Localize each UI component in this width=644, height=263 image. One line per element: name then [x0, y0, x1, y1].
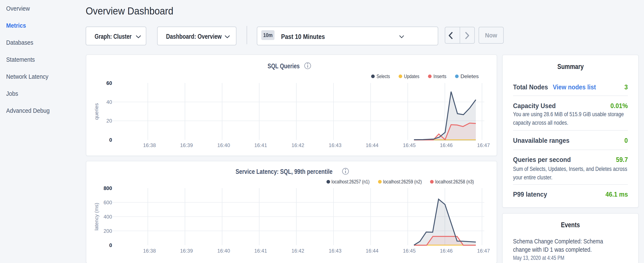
svg-text:Service Latency: SQL, 99th per: Service Latency: SQL, 99th percentile [236, 168, 332, 175]
svg-text:16:44: 16:44 [366, 142, 378, 148]
svg-text:16:45: 16:45 [403, 248, 416, 254]
svg-text:16:38: 16:38 [143, 142, 156, 148]
svg-text:16:46: 16:46 [440, 142, 453, 148]
svg-text:16:40: 16:40 [217, 248, 230, 254]
svg-text:localhost:26259 (n2): localhost:26259 (n2) [383, 179, 422, 184]
svg-text:queries: queries [94, 103, 99, 120]
svg-text:60: 60 [106, 80, 112, 86]
svg-text:16:46: 16:46 [440, 248, 453, 254]
svg-text:16:44: 16:44 [366, 248, 378, 254]
svg-text:Selects: Selects [376, 73, 390, 79]
svg-text:400: 400 [104, 214, 112, 220]
svg-text:Updates: Updates [404, 73, 419, 79]
svg-text:16:41: 16:41 [254, 142, 267, 148]
svg-text:localhost:26258 (n3): localhost:26258 (n3) [435, 179, 474, 184]
svg-text:16:40: 16:40 [217, 142, 230, 148]
svg-text:Deletes: Deletes [460, 73, 479, 79]
svg-text:16:38: 16:38 [143, 248, 156, 254]
svg-text:16:45: 16:45 [403, 142, 416, 148]
svg-text:16:43: 16:43 [329, 142, 342, 148]
svg-text:16:42: 16:42 [292, 248, 304, 254]
svg-text:16:41: 16:41 [254, 248, 267, 254]
svg-text:40: 40 [106, 99, 112, 105]
svg-text:16:39: 16:39 [180, 248, 193, 254]
svg-text:600: 600 [104, 200, 112, 205]
svg-text:16:47: 16:47 [477, 248, 490, 254]
svg-text:16:43: 16:43 [329, 248, 342, 254]
svg-text:16:42: 16:42 [292, 142, 304, 148]
svg-text:800: 800 [104, 185, 112, 191]
svg-text:20: 20 [106, 118, 112, 124]
svg-text:SQL Queries: SQL Queries [268, 62, 300, 70]
svg-text:16:47: 16:47 [477, 142, 490, 148]
svg-text:16:39: 16:39 [180, 142, 193, 148]
svg-text:latency (ms): latency (ms) [94, 203, 99, 230]
svg-text:localhost:26257 (n1): localhost:26257 (n1) [332, 179, 370, 184]
svg-text:Inserts: Inserts [434, 73, 446, 79]
svg-text:0: 0 [109, 242, 112, 248]
svg-text:200: 200 [104, 228, 112, 234]
svg-text:0: 0 [109, 137, 112, 143]
